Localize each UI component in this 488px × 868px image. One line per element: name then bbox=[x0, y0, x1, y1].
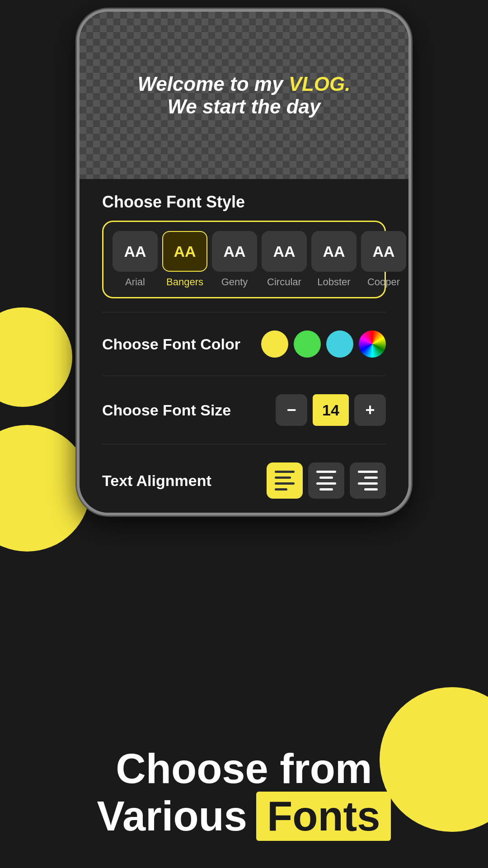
align-left-icon bbox=[275, 471, 295, 491]
preview-text-line2: We start the day bbox=[167, 95, 320, 118]
font-label-bangers: Bangers bbox=[166, 276, 203, 288]
align-line bbox=[319, 488, 333, 491]
font-style-selector: AA Arial AA Bangers AA Genty AA Circular bbox=[102, 221, 386, 298]
font-item-cooper[interactable]: AA Cooper bbox=[361, 231, 406, 288]
divider-1 bbox=[102, 312, 386, 312]
font-label-genty: Genty bbox=[221, 276, 248, 288]
font-icon-genty: AA bbox=[212, 231, 257, 272]
marketing-line2-prefix: Various bbox=[97, 793, 247, 839]
align-line bbox=[316, 482, 336, 485]
align-center-button[interactable] bbox=[308, 462, 344, 499]
align-line bbox=[275, 471, 295, 473]
align-line bbox=[316, 471, 336, 473]
align-line bbox=[275, 482, 295, 485]
size-controls: − 14 + bbox=[276, 394, 386, 426]
font-icon-cooper: AA bbox=[361, 231, 406, 272]
phone-frame: Welcome to my VLOG. We start the day Cho… bbox=[77, 9, 411, 515]
text-alignment-label: Text Alignment bbox=[102, 472, 211, 490]
divider-3 bbox=[102, 444, 386, 444]
volume-down-button bbox=[77, 197, 79, 242]
align-line bbox=[364, 476, 378, 479]
font-icon-circular: AA bbox=[262, 231, 307, 272]
bg-decoration-circle-left bbox=[0, 307, 72, 407]
font-label-circular: Circular bbox=[267, 276, 301, 288]
font-label-lobster: Lobster bbox=[317, 276, 350, 288]
align-center-icon bbox=[316, 471, 336, 491]
phone-screen: Welcome to my VLOG. We start the day Cho… bbox=[80, 12, 408, 513]
color-rainbow[interactable] bbox=[359, 330, 386, 358]
divider-2 bbox=[102, 376, 386, 376]
font-item-genty[interactable]: AA Genty bbox=[212, 231, 257, 288]
font-icon-lobster: AA bbox=[311, 231, 357, 272]
preview-text-line1: Welcome to my VLOG. bbox=[137, 73, 350, 95]
color-controls bbox=[261, 330, 386, 358]
font-color-row: Choose Font Color bbox=[102, 321, 386, 367]
font-size-increase-button[interactable]: + bbox=[354, 394, 386, 426]
preview-vlog-text: VLOG. bbox=[289, 73, 351, 95]
mute-button bbox=[77, 93, 79, 125]
font-size-decrease-button[interactable]: − bbox=[276, 394, 307, 426]
font-item-circular[interactable]: AA Circular bbox=[262, 231, 307, 288]
volume-up-button bbox=[77, 138, 79, 184]
align-right-icon bbox=[358, 471, 378, 491]
align-line bbox=[358, 482, 378, 485]
preview-welcome-text: Welcome to my bbox=[137, 73, 288, 95]
font-size-value: 14 bbox=[313, 394, 349, 426]
font-item-bangers[interactable]: AA Bangers bbox=[162, 231, 207, 288]
font-item-arial[interactable]: AA Arial bbox=[113, 231, 158, 288]
align-left-button[interactable] bbox=[267, 462, 303, 499]
font-label-cooper: Cooper bbox=[367, 276, 400, 288]
align-line bbox=[275, 488, 287, 491]
color-yellow[interactable] bbox=[261, 330, 288, 358]
settings-panel: Choose Font Style AA Arial AA Bangers AA… bbox=[80, 179, 408, 513]
alignment-controls bbox=[267, 462, 386, 499]
text-alignment-row: Text Alignment bbox=[102, 453, 386, 508]
marketing-line2: Various Fonts bbox=[41, 792, 447, 841]
color-cyan[interactable] bbox=[326, 330, 353, 358]
align-line bbox=[364, 488, 378, 491]
font-style-title: Choose Font Style bbox=[102, 193, 386, 212]
font-color-label: Choose Font Color bbox=[102, 335, 240, 353]
text-preview-area: Welcome to my VLOG. We start the day bbox=[80, 12, 408, 179]
marketing-highlight: Fonts bbox=[256, 792, 391, 841]
font-icon-bangers: AA bbox=[162, 231, 207, 272]
marketing-section: Choose from Various Fonts bbox=[41, 746, 447, 841]
align-line bbox=[319, 476, 333, 479]
align-line bbox=[358, 471, 378, 473]
font-label-arial: Arial bbox=[125, 276, 145, 288]
marketing-line1: Choose from bbox=[41, 746, 447, 792]
color-green[interactable] bbox=[294, 330, 321, 358]
align-line bbox=[275, 476, 291, 479]
font-size-label: Choose Font Size bbox=[102, 401, 231, 419]
power-button bbox=[409, 120, 411, 165]
font-item-lobster[interactable]: AA Lobster bbox=[311, 231, 357, 288]
font-size-row: Choose Font Size − 14 + bbox=[102, 385, 386, 435]
font-icon-arial: AA bbox=[113, 231, 158, 272]
align-right-button[interactable] bbox=[350, 462, 386, 499]
